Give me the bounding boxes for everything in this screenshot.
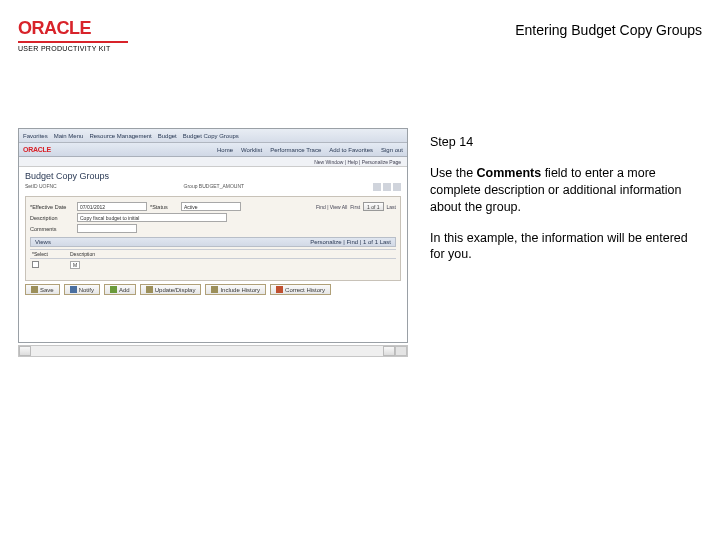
ss-link-perf[interactable]: Performance Trace [270, 147, 321, 153]
ss-add-button[interactable]: Add [104, 284, 136, 295]
ss-history-button[interactable]: Include History [205, 284, 266, 295]
add-icon [110, 286, 117, 293]
instruction-p1a: Use the [430, 166, 477, 180]
ss-label-comments: Comments [30, 226, 74, 232]
ss-menu-item[interactable]: Resource Management [89, 133, 151, 139]
ss-label-desc: Description [30, 215, 74, 221]
ss-page-tools[interactable]: New Window | Help | Personalize Page [19, 157, 407, 167]
history-icon [211, 286, 218, 293]
ss-save-button[interactable]: Save [25, 284, 60, 295]
ss-table-row: M [30, 259, 396, 274]
ss-setid: SetID UOFNC [25, 183, 57, 192]
ss-menu-item[interactable]: Budget Copy Groups [183, 133, 239, 139]
ss-menu-item[interactable]: Favorites [23, 133, 48, 139]
ss-col-select: *Select [30, 251, 70, 257]
ss-link-home[interactable]: Home [217, 147, 233, 153]
scroll-track[interactable] [31, 346, 383, 356]
instruction-panel: Step 14 Use the Comments field to enter … [430, 134, 698, 277]
ss-update-button[interactable]: Update/Display [140, 284, 202, 295]
ss-correct-button[interactable]: Correct History [270, 284, 331, 295]
ss-cell-input[interactable]: M [70, 261, 80, 269]
ss-first-link[interactable]: First [350, 204, 360, 210]
instruction-p1: Use the Comments field to enter a more c… [430, 165, 698, 216]
ss-oracle-logo: ORACLE [23, 146, 51, 153]
brand-logo-bar [18, 41, 128, 43]
save-icon [31, 286, 38, 293]
ss-notify-button[interactable]: Notify [64, 284, 100, 295]
ss-checkbox[interactable] [32, 261, 39, 268]
ss-group: Group BUDGET_AMOUNT [184, 183, 245, 192]
brand-logo-word: ORACLE [18, 18, 128, 39]
brand-logo-subtitle: USER PRODUCTIVITY KIT [18, 45, 128, 52]
brand-logo: ORACLE USER PRODUCTIVITY KIT [18, 18, 128, 52]
ss-personalize-link[interactable]: Personalize | Find | [310, 239, 361, 245]
ss-menu-item[interactable]: Main Menu [54, 133, 84, 139]
step-label: Step 14 [430, 134, 698, 151]
correct-icon [276, 286, 283, 293]
ss-link-worklist[interactable]: Worklist [241, 147, 262, 153]
ss-pager2: 1 of 1 [363, 239, 378, 245]
instruction-p2: In this example, the information will be… [430, 230, 698, 264]
horizontal-scrollbar[interactable] [18, 345, 408, 357]
ss-form-pane: *Effective Date 07/01/2012 *Status Activ… [25, 196, 401, 281]
page-title: Entering Budget Copy Groups [515, 22, 702, 38]
scroll-end [395, 346, 407, 356]
embedded-screenshot: Favorites Main Menu Resource Management … [18, 128, 408, 343]
scroll-right-arrow[interactable] [383, 346, 395, 356]
ss-menu-item[interactable]: Budget [158, 133, 177, 139]
ss-find-link[interactable]: Find | View All [316, 204, 347, 210]
ss-pager: 1 of 1 [363, 202, 384, 211]
ss-header-bar: ORACLE Home Worklist Performance Trace A… [19, 143, 407, 157]
ss-input-desc[interactable]: Copy fiscal budget to initial [77, 213, 227, 222]
ss-col-desc: Description [70, 251, 396, 257]
ss-label-status: *Status [150, 204, 178, 210]
ss-last-link[interactable]: Last [387, 204, 396, 210]
ss-label-effdate: *Effective Date [30, 204, 74, 210]
ss-table-header: *Select Description [30, 249, 396, 259]
ss-last2-link[interactable]: Last [380, 239, 391, 245]
ss-link-signout[interactable]: Sign out [381, 147, 403, 153]
scroll-left-arrow[interactable] [19, 346, 31, 356]
ss-input-status[interactable]: Active [181, 202, 241, 211]
ss-views-header: Views Personalize | Find | 1 of 1 Last [30, 237, 396, 247]
ss-tool-icons [371, 183, 401, 192]
ss-views-title: Views [35, 239, 51, 245]
ss-menu-bar: Favorites Main Menu Resource Management … [19, 129, 407, 143]
ss-input-comments[interactable] [77, 224, 137, 233]
ss-link-addfav[interactable]: Add to Favorites [329, 147, 373, 153]
instruction-p1-bold: Comments [477, 166, 542, 180]
ss-toolbar: Save Notify Add Update/Display Include H… [25, 284, 401, 295]
update-icon [146, 286, 153, 293]
ss-input-effdate[interactable]: 07/01/2012 [77, 202, 147, 211]
ss-page-title: Budget Copy Groups [19, 167, 407, 183]
notify-icon [70, 286, 77, 293]
